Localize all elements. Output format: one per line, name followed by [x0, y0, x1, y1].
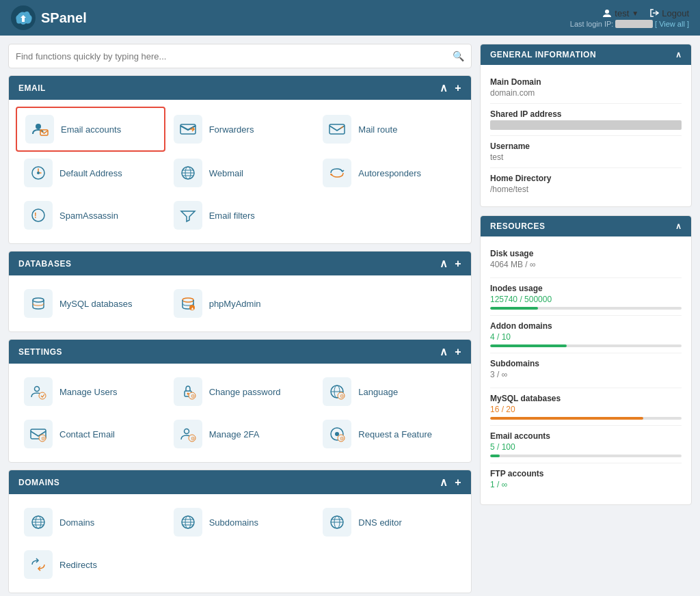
contact-email-label: Contact Email: [59, 429, 115, 439]
settings-section-header: SETTINGS ∧ +: [9, 340, 471, 364]
manage-users-item[interactable]: Manage Users: [16, 370, 165, 413]
resources-header: RESOURCES ∧: [481, 216, 691, 236]
phpmyadmin-item[interactable]: ▲ phpMyAdmin: [165, 282, 315, 325]
email-accounts-label: Email accounts: [61, 124, 121, 135]
subdomains-icon: [174, 508, 202, 537]
manage-2fa-label: Manage 2FA: [209, 429, 260, 439]
language-item[interactable]: ⚙ Language: [314, 370, 464, 413]
resources-title: RESOURCES: [490, 221, 546, 231]
svg-text:!: !: [34, 211, 37, 219]
subdomains-resource-row: Subdomains 3 / ∞: [490, 353, 682, 388]
request-feature-label: Request a Feature: [358, 429, 432, 439]
email-accounts-resource-value: 5 / 100: [490, 442, 682, 452]
contact-email-icon: ⚙: [24, 420, 53, 448]
view-all-link[interactable]: [ View all ]: [655, 20, 689, 28]
email-accounts-progress-fill: [490, 455, 500, 457]
mysql-databases-item[interactable]: MySQL databases: [16, 282, 165, 325]
resources-collapse-icon[interactable]: ∧: [675, 221, 682, 231]
addon-domains-label: Addon domains: [490, 321, 682, 331]
dns-editor-item[interactable]: DNS editor: [314, 501, 464, 543]
general-info-header: GENERAL INFORMATION ∧: [481, 44, 691, 65]
change-password-label: Change password: [209, 387, 281, 397]
phpmyadmin-label: phpMyAdmin: [209, 299, 261, 309]
email-accounts-progress-bg: [490, 455, 682, 457]
logout-button[interactable]: Logout: [649, 8, 689, 18]
svg-text:⚙: ⚙: [340, 394, 344, 398]
svg-rect-5: [329, 124, 345, 134]
search-input[interactable]: [16, 51, 453, 62]
autoresponders-icon: [323, 159, 351, 187]
svg-point-7: [37, 172, 40, 174]
disk-usage-row: Disk usage 4064 MB / ∞: [490, 243, 682, 278]
svg-point-15: [33, 298, 44, 302]
header: SPanel test ▼ Logout Last login IP:: [0, 0, 700, 36]
subdomains-item[interactable]: Subdomains: [165, 501, 315, 543]
search-icon: 🔍: [453, 51, 464, 62]
autoresponders-item[interactable]: Autoresponders: [314, 152, 464, 194]
email-accounts-icon: [25, 115, 54, 144]
spamassassin-item[interactable]: ! SpamAssassin: [16, 194, 165, 236]
language-icon: ⚙: [323, 377, 351, 406]
email-collapse-icon[interactable]: ∧: [440, 81, 448, 94]
mail-route-item[interactable]: Mail route: [314, 107, 464, 152]
shared-ip-row: Shared IP address ███████████: [490, 104, 682, 136]
webmail-label: Webmail: [209, 168, 243, 178]
databases-section-header: DATABASES ∧ +: [9, 252, 471, 275]
databases-add-icon[interactable]: +: [455, 258, 461, 270]
addon-domains-progress-fill: [490, 344, 567, 347]
inodes-label: Inodes usage: [490, 284, 682, 293]
webmail-item[interactable]: Webmail: [165, 152, 315, 194]
svg-point-19: [35, 387, 40, 392]
general-info-collapse-icon[interactable]: ∧: [675, 50, 682, 59]
logo-text: SPanel: [41, 10, 87, 26]
domains-add-icon[interactable]: +: [455, 476, 461, 489]
user-label: test: [615, 8, 629, 18]
settings-add-icon[interactable]: +: [455, 346, 461, 358]
domains-item[interactable]: Domains: [16, 501, 165, 543]
mysql-progress-bg: [490, 417, 682, 420]
resources-body: Disk usage 4064 MB / ∞ Inodes usage 1257…: [481, 236, 691, 504]
request-feature-icon: ⚙: [323, 420, 351, 448]
main-domain-value: domain.com: [490, 88, 682, 98]
email-accounts-item[interactable]: Email accounts: [16, 107, 165, 152]
forwarders-item[interactable]: Forwarders: [165, 107, 315, 152]
addon-domains-value: 4 / 10: [490, 332, 682, 342]
domains-section-header: DOMAINS ∧ +: [9, 470, 471, 494]
ftp-row: FTP accounts 1 / ∞: [490, 463, 682, 498]
main-domain-label: Main Domain: [490, 77, 682, 87]
databases-collapse-icon[interactable]: ∧: [440, 257, 448, 270]
phpmyadmin-icon: ▲: [174, 289, 202, 318]
email-filters-item[interactable]: Email filters: [165, 194, 315, 236]
domains-section-title: DOMAINS: [18, 478, 59, 487]
svg-point-20: [39, 392, 46, 399]
mysql-resource-value: 16 / 20: [490, 405, 682, 414]
default-address-label: Default Address: [59, 168, 122, 178]
home-dir-row: Home Directory /home/test: [490, 168, 682, 200]
settings-section-title: SETTINGS: [18, 347, 62, 357]
settings-items-grid: Manage Users ⚙ Change password: [9, 364, 471, 462]
mysql-resource-row: MySQL databases 16 / 20: [490, 388, 682, 426]
request-feature-item[interactable]: ⚙ Request a Feature: [314, 413, 464, 455]
default-address-item[interactable]: Default Address: [16, 152, 165, 194]
email-filters-icon: [174, 201, 202, 230]
databases-section: DATABASES ∧ + MySQL databa: [8, 251, 472, 332]
manage-2fa-item[interactable]: ⚙ Manage 2FA: [165, 413, 315, 455]
general-info-title: GENERAL INFORMATION: [490, 50, 596, 59]
email-add-icon[interactable]: +: [455, 82, 461, 94]
redirects-icon: [24, 550, 53, 579]
mysql-resource-label: MySQL databases: [490, 394, 682, 403]
username-row: Username test: [490, 136, 682, 168]
right-panel: GENERAL INFORMATION ∧ Main Domain domain…: [480, 44, 692, 596]
logout-label: Logout: [662, 8, 689, 18]
resources-card: RESOURCES ∧ Disk usage 4064 MB / ∞ Inode…: [480, 215, 692, 505]
redirects-item[interactable]: Redirects: [16, 543, 165, 586]
svg-text:▲: ▲: [190, 306, 194, 310]
mail-route-icon: [323, 115, 351, 144]
contact-email-item[interactable]: ⚙ Contact Email: [16, 413, 165, 455]
change-password-item[interactable]: ⚙ Change password: [165, 370, 315, 413]
change-password-icon: ⚙: [174, 377, 202, 406]
mysql-databases-label: MySQL databases: [59, 299, 132, 309]
domains-collapse-icon[interactable]: ∧: [440, 476, 448, 489]
settings-collapse-icon[interactable]: ∧: [440, 345, 448, 358]
user-menu[interactable]: test ▼: [602, 8, 638, 18]
